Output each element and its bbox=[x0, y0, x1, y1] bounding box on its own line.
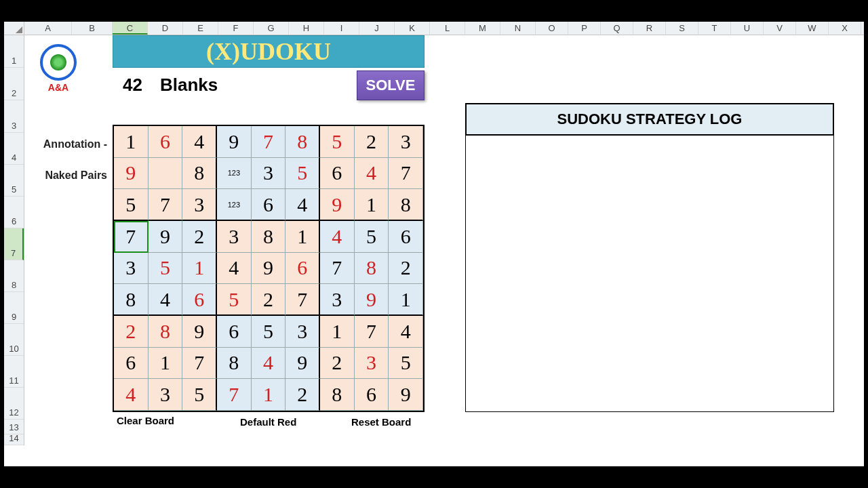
cell-r8-c1[interactable]: 6 bbox=[114, 348, 149, 380]
col-header-S[interactable]: S bbox=[666, 22, 698, 35]
col-header-D[interactable]: D bbox=[148, 22, 183, 35]
col-header-I[interactable]: I bbox=[324, 22, 359, 35]
cell-r3-c9[interactable]: 8 bbox=[389, 189, 423, 221]
cell-r5-c4[interactable]: 4 bbox=[217, 253, 252, 285]
cell-r1-c8[interactable]: 2 bbox=[355, 126, 389, 158]
col-header-L[interactable]: L bbox=[430, 22, 465, 35]
cell-r2-c2[interactable] bbox=[149, 158, 183, 190]
col-header-E[interactable]: E bbox=[183, 22, 218, 35]
cell-r9-c1[interactable]: 4 bbox=[114, 379, 149, 411]
row-header-7[interactable]: 7 bbox=[4, 228, 24, 260]
cell-r5-c6[interactable]: 6 bbox=[285, 253, 320, 285]
cell-r8-c8[interactable]: 3 bbox=[355, 348, 389, 380]
col-header-P[interactable]: P bbox=[568, 22, 601, 35]
row-header-9[interactable]: 9 bbox=[4, 292, 24, 324]
strategy-log-body[interactable] bbox=[465, 136, 834, 412]
cell-r6-c7[interactable]: 3 bbox=[320, 284, 355, 316]
cell-r4-c4[interactable]: 3 bbox=[217, 221, 252, 253]
cell-r2-c1[interactable]: 9 bbox=[114, 158, 149, 190]
cell-r7-c9[interactable]: 4 bbox=[389, 316, 423, 348]
cell-r6-c3[interactable]: 6 bbox=[182, 284, 217, 316]
col-header-C[interactable]: C bbox=[113, 22, 148, 35]
cell-r9-c6[interactable]: 2 bbox=[285, 379, 320, 411]
cell-r4-c6[interactable]: 1 bbox=[285, 221, 320, 253]
cell-r4-c2[interactable]: 9 bbox=[149, 221, 183, 253]
cell-r3-c4[interactable]: 123 bbox=[217, 189, 252, 221]
cell-r7-c8[interactable]: 7 bbox=[355, 316, 389, 348]
reset-board-button[interactable]: Reset Board bbox=[351, 416, 411, 428]
solve-button[interactable]: SOLVE bbox=[357, 70, 425, 100]
cell-r4-c9[interactable]: 6 bbox=[389, 221, 423, 253]
cell-r6-c4[interactable]: 5 bbox=[217, 284, 252, 316]
row-header-3[interactable]: 3 bbox=[4, 100, 24, 133]
cell-r8-c4[interactable]: 8 bbox=[217, 348, 252, 380]
cell-r1-c9[interactable]: 3 bbox=[389, 126, 423, 158]
cell-r4-c5[interactable]: 8 bbox=[252, 221, 286, 253]
cell-r9-c7[interactable]: 8 bbox=[320, 379, 355, 411]
cell-r3-c5[interactable]: 6 bbox=[252, 189, 286, 221]
cell-r7-c1[interactable]: 2 bbox=[114, 316, 149, 348]
cell-r1-c4[interactable]: 9 bbox=[217, 126, 252, 158]
cell-r3-c2[interactable]: 7 bbox=[149, 189, 183, 221]
row-header-6[interactable]: 6 bbox=[4, 197, 24, 228]
cell-r8-c2[interactable]: 1 bbox=[149, 348, 183, 380]
cell-r8-c6[interactable]: 9 bbox=[285, 348, 320, 380]
cell-r5-c7[interactable]: 7 bbox=[320, 253, 355, 285]
clear-board-button[interactable]: Clear Board bbox=[117, 415, 174, 426]
col-header-O[interactable]: O bbox=[536, 22, 568, 35]
cell-r2-c6[interactable]: 5 bbox=[285, 158, 320, 190]
cell-r7-c2[interactable]: 8 bbox=[149, 316, 183, 348]
row-header-2[interactable]: 2 bbox=[4, 68, 24, 100]
cell-r1-c3[interactable]: 4 bbox=[182, 126, 217, 158]
col-header-T[interactable]: T bbox=[698, 22, 731, 35]
cell-r6-c2[interactable]: 4 bbox=[149, 284, 183, 316]
col-header-X[interactable]: X bbox=[829, 22, 861, 35]
cell-r4-c1[interactable]: 7 bbox=[114, 221, 149, 253]
cell-r1-c1[interactable]: 1 bbox=[114, 126, 149, 158]
cell-r1-c2[interactable]: 6 bbox=[149, 126, 183, 158]
cell-r8-c9[interactable]: 5 bbox=[389, 348, 423, 380]
col-header-G[interactable]: G bbox=[254, 22, 289, 35]
col-header-B[interactable]: B bbox=[72, 22, 113, 35]
cell-r8-c7[interactable]: 2 bbox=[320, 348, 355, 380]
cell-r9-c3[interactable]: 5 bbox=[182, 379, 217, 411]
cell-r7-c7[interactable]: 1 bbox=[320, 316, 355, 348]
cell-r7-c6[interactable]: 3 bbox=[285, 316, 320, 348]
col-header-Q[interactable]: Q bbox=[601, 22, 633, 35]
cell-r2-c5[interactable]: 3 bbox=[252, 158, 286, 190]
row-header-14[interactable]: 14 bbox=[4, 434, 24, 445]
cell-r9-c8[interactable]: 6 bbox=[355, 379, 389, 411]
row-header-10[interactable]: 10 bbox=[4, 324, 24, 356]
cell-r2-c9[interactable]: 7 bbox=[389, 158, 423, 190]
col-header-U[interactable]: U bbox=[731, 22, 764, 35]
col-header-W[interactable]: W bbox=[796, 22, 829, 35]
col-header-H[interactable]: H bbox=[289, 22, 324, 35]
cell-r6-c5[interactable]: 2 bbox=[252, 284, 286, 316]
cell-r8-c3[interactable]: 7 bbox=[182, 348, 217, 380]
col-header-F[interactable]: F bbox=[218, 22, 254, 35]
col-header-R[interactable]: R bbox=[633, 22, 666, 35]
cell-r9-c5[interactable]: 1 bbox=[252, 379, 286, 411]
cell-r3-c3[interactable]: 3 bbox=[182, 189, 217, 221]
cell-r5-c5[interactable]: 9 bbox=[252, 253, 286, 285]
cell-r3-c6[interactable]: 4 bbox=[285, 189, 320, 221]
row-header-8[interactable]: 8 bbox=[4, 260, 24, 292]
cell-r1-c5[interactable]: 7 bbox=[252, 126, 286, 158]
cell-r5-c9[interactable]: 2 bbox=[389, 253, 423, 285]
default-red-button[interactable]: Default Red bbox=[240, 416, 296, 428]
cell-r1-c6[interactable]: 8 bbox=[285, 126, 320, 158]
col-header-A[interactable]: A bbox=[24, 22, 72, 35]
cell-r2-c8[interactable]: 4 bbox=[355, 158, 389, 190]
cell-r8-c5[interactable]: 4 bbox=[252, 348, 286, 380]
col-header-N[interactable]: N bbox=[500, 22, 536, 35]
cell-r1-c7[interactable]: 5 bbox=[320, 126, 355, 158]
cell-r9-c2[interactable]: 3 bbox=[149, 379, 183, 411]
row-header-1[interactable]: 1 bbox=[4, 35, 24, 68]
row-header-4[interactable]: 4 bbox=[4, 133, 24, 165]
cell-r5-c1[interactable]: 3 bbox=[114, 253, 149, 285]
cell-r2-c4[interactable]: 123 bbox=[217, 158, 252, 190]
cell-r7-c4[interactable]: 6 bbox=[217, 316, 252, 348]
select-all-corner[interactable] bbox=[4, 22, 24, 35]
cell-r6-c1[interactable]: 8 bbox=[114, 284, 149, 316]
col-header-V[interactable]: V bbox=[764, 22, 796, 35]
